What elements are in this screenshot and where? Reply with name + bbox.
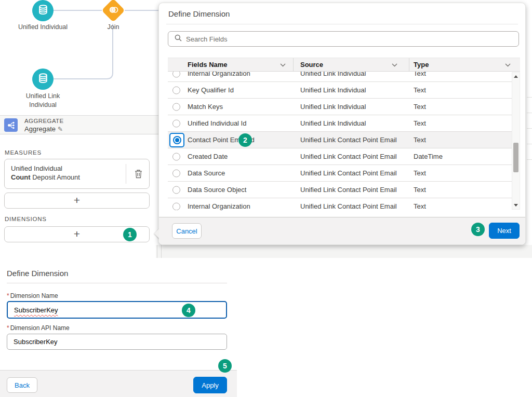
table-row[interactable]: Data Source Unified Link Contact Point E… (168, 165, 520, 182)
table-row[interactable]: Data Source Object Unified Link Contact … (168, 182, 520, 198)
form-footer: Back Apply (0, 370, 237, 397)
search-icon (168, 34, 182, 44)
scrollbar-thumb[interactable] (513, 143, 518, 172)
radio-button[interactable] (172, 169, 180, 177)
field-type: Text (409, 103, 520, 111)
node-label-unified-link-line1: Unified Link (17, 92, 69, 100)
node-label-unified-individual: Unified Individual (11, 23, 74, 31)
column-header-type[interactable]: Type (409, 58, 520, 71)
chevron-down-icon[interactable] (505, 61, 511, 69)
field-name: Data Source (188, 169, 225, 177)
search-fields-box[interactable] (168, 31, 519, 47)
table-body: Internal Organization Unified Link Indiv… (168, 72, 520, 210)
next-button[interactable]: Next (489, 223, 520, 239)
column-header-source[interactable]: Source (294, 58, 409, 71)
field-type: DateTime (409, 153, 520, 160)
measure-card[interactable]: Unified Individual Count Deposit Amount (4, 159, 150, 189)
field-type: Text (409, 169, 520, 177)
form-title: Define Dimension (7, 269, 68, 278)
edit-pencil-icon[interactable]: ✎ (58, 126, 63, 133)
page-background-strip (156, 245, 532, 258)
measure-source: Unified Individual (11, 165, 62, 172)
database-icon (37, 4, 49, 18)
node-name: Aggregate✎ (24, 125, 63, 133)
aggregate-header: AGGREGATE Aggregate✎ (0, 115, 159, 134)
field-type: Text (409, 86, 520, 94)
table-scrollbar[interactable] (512, 72, 520, 210)
field-source: Unified Link Individual (294, 103, 409, 111)
field-name: Key Qualifier Id (188, 86, 234, 94)
radio-button-selected[interactable] (169, 133, 184, 147)
field-source: Unified Link Contact Point Email (294, 136, 409, 144)
field-type: Text (409, 136, 520, 144)
radio-button[interactable] (172, 119, 180, 127)
dimension-api-name-label: *Dimension API Name (7, 324, 70, 332)
measure-definition: Count Deposit Amount (11, 173, 80, 181)
radio-button[interactable] (172, 153, 180, 160)
node-label-unified-link-line2: Individual (17, 101, 69, 108)
radio-button[interactable] (172, 103, 180, 111)
field-source: Unified Link Individual (294, 72, 409, 77)
modal-footer: Cancel Next (159, 217, 525, 244)
scroll-up-icon[interactable] (514, 75, 518, 78)
node-unified-individual[interactable] (32, 0, 54, 21)
divider (166, 24, 518, 24)
annotation-step-1: 1 (123, 228, 137, 241)
dimensions-heading: DIMENSIONS (5, 216, 47, 222)
field-name: Unified Individual Id (188, 119, 246, 127)
modal-title: Define Dimension (168, 9, 230, 18)
annotation-step-5: 5 (218, 359, 232, 373)
page-background-sliver (526, 0, 532, 245)
screen: Unified Individual Join Unified Link Ind… (0, 0, 532, 397)
field-name: Data Source Object (188, 186, 246, 194)
back-button[interactable]: Back (7, 377, 37, 393)
required-asterisk: * (7, 292, 9, 299)
add-measure-button[interactable]: + (4, 193, 150, 209)
apply-button[interactable]: Apply (193, 377, 227, 393)
node-label-join: Join (96, 23, 130, 31)
scroll-down-icon[interactable] (514, 204, 518, 207)
annotation-step-4: 4 (182, 304, 195, 317)
field-source: Unified Link Contact Point Email (294, 186, 409, 194)
radio-button[interactable] (172, 186, 180, 194)
radio-button[interactable] (172, 72, 180, 77)
required-asterisk: * (7, 324, 9, 332)
field-source: Unified Link Contact Point Email (294, 169, 409, 177)
field-source: Unified Link Individual (294, 119, 409, 127)
search-input[interactable] (186, 35, 518, 43)
field-type: Text (409, 72, 520, 77)
database-icon (37, 73, 49, 86)
table-row[interactable]: Key Qualifier Id Unified Link Individual… (168, 82, 520, 99)
trash-icon[interactable] (135, 169, 142, 181)
table-row[interactable]: Unified Individual Id Unified Link Indiv… (168, 115, 520, 132)
table-row[interactable]: Match Keys Unified Link Individual Text (168, 99, 520, 115)
node-type-label: AGGREGATE (24, 118, 64, 124)
dimension-name-value: SubscriberKey (14, 306, 58, 314)
dimension-api-name-field[interactable]: SubscriberKey (7, 334, 227, 350)
field-type: Text (409, 186, 520, 194)
node-unified-link-individual[interactable] (32, 69, 54, 90)
field-name: Created Date (188, 153, 228, 160)
aggregate-icon (4, 118, 18, 132)
define-dimension-modal: Define Dimension Fields Name Source (158, 3, 526, 245)
chevron-down-icon[interactable] (392, 61, 397, 69)
table-row-selected[interactable]: Contact Point Email Id 2 Unified Link Co… (168, 132, 520, 148)
field-name: Internal Organization (188, 202, 250, 210)
annotation-step-2: 2 (238, 133, 252, 147)
chevron-down-icon[interactable] (280, 61, 286, 69)
table-row[interactable]: Internal Organization Unified Link Indiv… (168, 72, 520, 82)
dimension-api-name-value: SubscriberKey (14, 338, 58, 346)
join-icon (106, 3, 121, 18)
field-type: Text (409, 119, 520, 127)
field-source: Unified Link Contact Point Email (294, 153, 409, 160)
measures-heading: MEASURES (5, 149, 42, 156)
cancel-button[interactable]: Cancel (172, 223, 202, 239)
divider (126, 164, 126, 184)
column-header-fields-name[interactable]: Fields Name (168, 58, 294, 71)
annotation-step-3: 3 (471, 223, 485, 236)
radio-button[interactable] (172, 86, 180, 94)
table-row[interactable]: Internal Organization Unified Link Conta… (168, 198, 520, 210)
table-row[interactable]: Created Date Unified Link Contact Point … (168, 148, 520, 165)
field-source: Unified Link Contact Point Email (294, 202, 409, 210)
radio-button[interactable] (172, 202, 180, 210)
